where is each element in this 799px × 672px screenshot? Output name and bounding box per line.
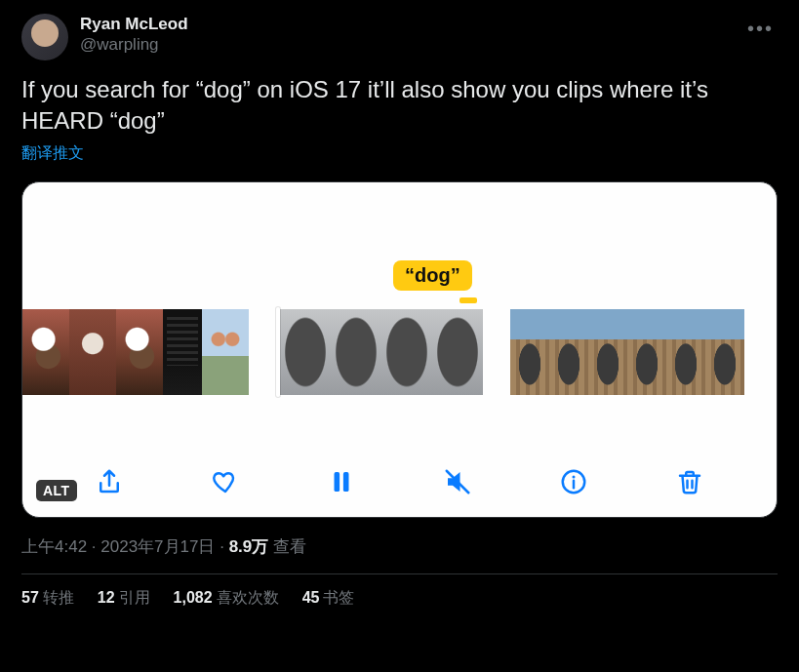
info-button[interactable] (556, 464, 591, 499)
meta-separator: · (215, 537, 228, 556)
playhead[interactable] (276, 307, 280, 397)
clip-thumbnail[interactable] (432, 309, 483, 395)
likes-stat[interactable]: 1,082喜欢次数 (174, 588, 279, 609)
clip-group-1[interactable] (22, 309, 249, 395)
author-handle: @warpling (80, 34, 188, 55)
media-card[interactable]: “dog” (21, 181, 778, 518)
alt-badge[interactable]: ALT (36, 480, 77, 501)
search-term-tick (459, 297, 477, 303)
heart-icon (211, 467, 240, 496)
like-button[interactable] (208, 464, 243, 499)
clip-thumbnail[interactable] (163, 309, 202, 395)
tweet-date: 2023年7月17日 (100, 537, 215, 556)
stats-line: 57转推 12引用 1,082喜欢次数 45书签 (21, 588, 778, 609)
author-block[interactable]: Ryan McLeod @warpling (80, 14, 188, 56)
likes-label: 喜欢次数 (217, 589, 279, 606)
tweet-meta[interactable]: 上午4:42 · 2023年7月17日 · 8.9万 查看 (21, 535, 778, 558)
retweets-count: 57 (21, 589, 39, 606)
svg-rect-1 (343, 472, 349, 492)
svg-point-3 (572, 475, 575, 478)
share-icon (95, 467, 124, 496)
mute-icon (443, 467, 472, 496)
clip-group-3[interactable] (510, 309, 744, 395)
search-term-badge: “dog” (393, 260, 472, 291)
clip-thumbnail[interactable] (280, 309, 331, 395)
clip-thumbnail[interactable] (69, 309, 116, 395)
avatar[interactable] (21, 14, 68, 60)
clip-thumbnail[interactable] (116, 309, 163, 395)
delete-button[interactable] (672, 464, 707, 499)
tweet-time: 上午4:42 (21, 537, 87, 556)
trash-icon (675, 467, 704, 496)
retweets-stat[interactable]: 57转推 (21, 588, 74, 609)
media-toolbar (22, 464, 777, 499)
clip-thumbnail[interactable] (510, 309, 549, 395)
clip-thumbnail[interactable] (331, 309, 381, 395)
tweet-container: Ryan McLeod @warpling ••• If you search … (4, 0, 795, 616)
more-options-button[interactable]: ••• (743, 14, 778, 44)
clip-group-2[interactable] (276, 309, 483, 395)
quotes-stat[interactable]: 12引用 (98, 588, 150, 609)
bookmarks-count: 45 (302, 589, 320, 606)
svg-rect-0 (335, 472, 340, 492)
views-label: 查看 (268, 537, 306, 556)
clip-thumbnail[interactable] (381, 309, 432, 395)
likes-count: 1,082 (174, 589, 213, 606)
pause-icon (327, 467, 356, 496)
info-icon (559, 467, 588, 496)
clip-thumbnail[interactable] (627, 309, 666, 395)
bookmarks-stat[interactable]: 45书签 (302, 588, 355, 609)
retweets-label: 转推 (43, 589, 74, 606)
quotes-count: 12 (98, 589, 115, 606)
quotes-label: 引用 (119, 589, 150, 606)
author-display-name: Ryan McLeod (80, 14, 188, 34)
clip-thumbnail[interactable] (549, 309, 588, 395)
bookmarks-label: 书签 (323, 589, 354, 606)
mute-button[interactable] (440, 464, 475, 499)
tweet-header: Ryan McLeod @warpling ••• (21, 14, 778, 60)
pause-button[interactable] (324, 464, 359, 499)
filmstrip[interactable] (22, 309, 777, 395)
views-count: 8.9万 (229, 537, 269, 556)
tweet-text: If you search for “dog” on iOS 17 it’ll … (21, 74, 778, 138)
share-button[interactable] (92, 464, 127, 499)
divider (21, 573, 778, 574)
meta-separator: · (87, 537, 100, 556)
clip-thumbnail[interactable] (202, 309, 249, 395)
clip-thumbnail[interactable] (588, 309, 627, 395)
translate-link[interactable]: 翻译推文 (21, 143, 778, 164)
clip-thumbnail[interactable] (705, 309, 744, 395)
clip-thumbnail[interactable] (666, 309, 705, 395)
clip-thumbnail[interactable] (22, 309, 69, 395)
